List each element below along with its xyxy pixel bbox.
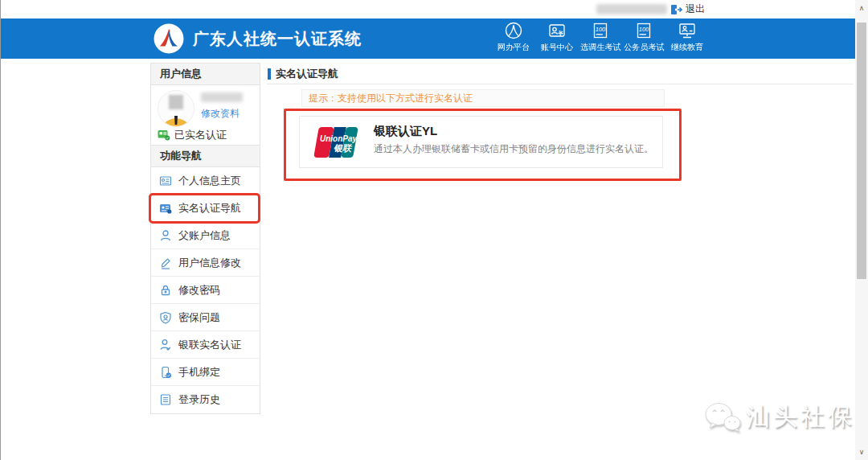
watermark: 汕头社保 <box>704 400 855 433</box>
wechat-bubbles-icon <box>704 401 741 433</box>
title-divider <box>267 84 854 84</box>
nav-item-civil-servant-exam[interactable]: 100 公务员考试 <box>622 21 665 53</box>
sidebar-item-change-password[interactable]: 修改密码 <box>151 277 260 304</box>
id-card-icon <box>159 175 172 187</box>
lock-icon <box>159 284 172 297</box>
exam-paper-icon: 100 <box>634 21 653 40</box>
auth-card-description: 通过本人办理银联储蓄卡或信用卡预留的身份信息进行实名认证。 <box>374 142 653 156</box>
exam-paper-icon: 100 <box>591 21 610 40</box>
avatar <box>158 90 194 127</box>
sidebar-item-unionpay-realname[interactable]: 银联实名认证 <box>151 331 260 359</box>
history-list-icon <box>159 393 172 406</box>
user-info-section-title: 用户信息 <box>151 64 260 85</box>
username-redacted <box>596 4 667 14</box>
sidebar-item-login-history[interactable]: 登录历史 <box>151 386 260 413</box>
nav-item-continuing-education[interactable]: 继续教育 <box>665 21 709 53</box>
svg-text:100: 100 <box>596 26 606 33</box>
scroll-down-icon[interactable]: ∨ <box>855 446 868 458</box>
id-card-filled-icon <box>159 202 172 215</box>
shield-icon <box>159 311 172 324</box>
logout-label: 退出 <box>686 2 705 16</box>
sidebar: 用户信息 修改资料 <box>150 63 260 414</box>
verified-label: 已实名认证 <box>174 128 227 142</box>
function-nav-list: 个人信息主页 实名认证导航 <box>151 167 260 413</box>
scrollbar-thumb[interactable] <box>857 23 866 279</box>
page-title: 实名认证导航 <box>276 67 338 81</box>
app-title: 广东人社统一认证系统 <box>193 28 362 50</box>
sidebar-item-realname-auth-nav[interactable]: 实名认证导航 <box>151 195 260 222</box>
pencil-icon <box>159 257 172 269</box>
svg-text:UnionPay: UnionPay <box>320 134 358 143</box>
function-nav-section-title: 功能导航 <box>151 146 260 167</box>
sidebar-item-personal-info-home[interactable]: 个人信息主页 <box>151 167 260 195</box>
edit-profile-link[interactable]: 修改资料 <box>201 107 240 121</box>
title-accent-bar <box>268 68 271 80</box>
browser-topbar: 退出 <box>0 0 855 18</box>
sidebar-item-security-question[interactable]: 密保问题 <box>151 304 260 331</box>
education-screen-icon <box>678 21 697 40</box>
logout-button[interactable]: 退出 <box>670 2 705 16</box>
gov-platform-icon <box>504 21 523 40</box>
unionpay-logo: UnionPay 银联 <box>313 126 363 158</box>
gov-logo-icon <box>153 23 185 55</box>
nav-item-account-center[interactable]: 账号中心 <box>535 21 579 53</box>
scroll-up-icon[interactable]: ∧ <box>855 2 868 14</box>
page-title-row: 实名认证导航 <box>268 67 338 81</box>
account-center-icon <box>547 21 567 40</box>
nav-item-xuandiaosheng-exam[interactable]: 100 选调生考试 <box>579 21 622 53</box>
sidebar-item-user-info-edit[interactable]: 用户信息修改 <box>151 249 260 277</box>
user-name-redacted <box>201 92 243 102</box>
logout-door-icon <box>670 4 682 15</box>
sidebar-item-parent-account[interactable]: 父账户信息 <box>151 222 260 249</box>
phone-check-icon <box>159 366 172 379</box>
watermark-text: 汕头社保 <box>746 400 855 433</box>
nav-item-web-platform[interactable]: 网办平台 <box>492 21 535 53</box>
svg-text:100: 100 <box>639 26 649 33</box>
svg-text:银联: 银联 <box>334 143 353 153</box>
auth-card-title: 银联认证YL <box>374 124 437 139</box>
person-check-icon <box>159 339 172 351</box>
vertical-scrollbar[interactable]: ∧ ∨ <box>855 0 868 460</box>
brand: 广东人社统一认证系统 <box>153 23 362 55</box>
person-icon <box>159 229 172 242</box>
user-card: 修改资料 已实名认证 <box>151 85 260 146</box>
app-header: 广东人社统一认证系统 网办平台 <box>0 18 855 59</box>
verified-status: 已实名认证 <box>158 128 227 142</box>
sidebar-item-phone-binding[interactable]: 手机绑定 <box>151 359 260 386</box>
app-nav: 网办平台 账号中心 <box>492 21 709 53</box>
notice-banner: 提示：支持使用以下方式进行实名认证 <box>301 89 665 107</box>
verified-badge-icon <box>158 129 170 141</box>
unionpay-auth-card[interactable]: UnionPay 银联 银联认证YL 通过本人办理银联储蓄卡或信用卡预留的身份信… <box>299 116 663 168</box>
app-window: 退出 广东人社统一认证系统 <box>0 0 868 460</box>
